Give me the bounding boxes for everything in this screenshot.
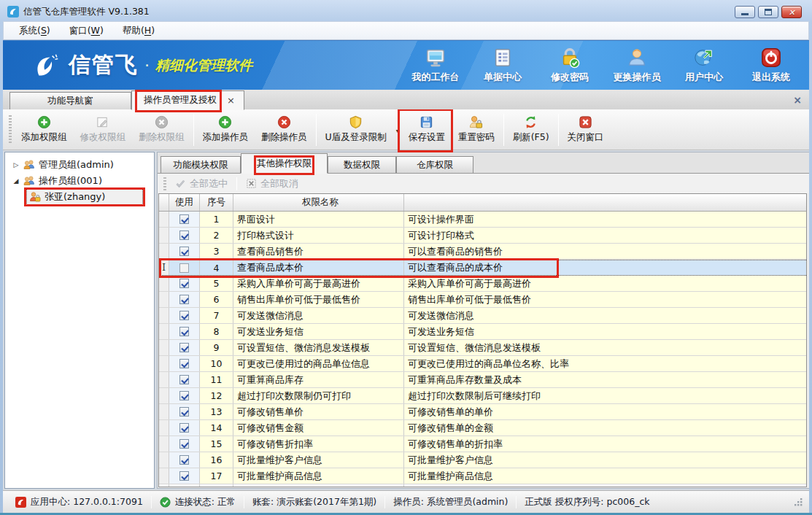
row-checkbox[interactable] — [179, 439, 189, 449]
globe-icon — [693, 47, 715, 69]
main-toolbar: 添加权限组修改权限组删除权限组添加操作员删除操作员U盾及登录限制▾保存设置重置密… — [3, 109, 809, 150]
banner-action-switch-operator[interactable]: 更换操作员 — [609, 47, 665, 84]
permission-row-3[interactable]: 3查看商品销售价可以查看商品的销售价 — [159, 244, 806, 260]
close-button[interactable] — [781, 6, 802, 18]
permission-description-cell: 采购入库单价可高于最高进价 — [404, 276, 806, 291]
menu-item-window[interactable]: 窗口(W) — [60, 23, 113, 39]
permission-row-16[interactable]: 16可批量维护客户信息可批量维护客户信息 — [159, 452, 806, 468]
permission-description-cell: 可设置短信、微信消息发送模板 — [404, 340, 806, 355]
row-indicator — [159, 404, 169, 419]
row-checkbox[interactable] — [179, 263, 189, 273]
permission-description-cell: 可以查看商品的成本价 — [404, 260, 806, 275]
row-checkbox[interactable] — [179, 327, 189, 336]
permission-description-cell: 可设计操作界面 — [404, 212, 806, 227]
permission-row-14[interactable]: 14可修改销售金额可修改销售单的金额 — [159, 420, 806, 436]
index-cell: 11 — [200, 372, 233, 387]
permission-row-11[interactable]: 11可重算商品库存可重算商品库存数量及成本 — [159, 372, 806, 388]
save-icon — [419, 115, 433, 129]
permission-row-6[interactable]: 6销售出库单价可低于最低售价销售出库单价可低于最低售价 — [159, 292, 806, 308]
row-indicator — [159, 228, 169, 243]
banner-action-user-center[interactable]: 用户中心 — [676, 47, 732, 84]
permission-row-7[interactable]: 7可发送微信消息可发送微信消息 — [159, 308, 806, 324]
row-checkbox[interactable] — [179, 359, 189, 368]
row-checkbox[interactable] — [179, 311, 189, 320]
toolbar-reset-password[interactable]: 重置密码 — [452, 112, 501, 148]
status-bar: 应用中心: 127.0.0.1:7091连接状态: 正常账套: 演示账套(201… — [3, 490, 809, 513]
permission-row-2[interactable]: 2打印格式设计可设计打印格式 — [159, 228, 806, 244]
permission-row-17[interactable]: 17可批量维护商品信息可批量维护商品信息 — [159, 468, 806, 484]
subtab-data-permissions[interactable]: 数据权限 — [328, 156, 396, 173]
toolbar-save-settings[interactable]: 保存设置 — [402, 112, 452, 148]
status-text: 操作员: 系统管理员(admin) — [393, 496, 508, 508]
tree-item-admin-group[interactable]: ▷管理员组(admin) — [5, 157, 154, 173]
row-checkbox[interactable] — [179, 455, 189, 465]
maximize-button[interactable] — [758, 6, 778, 18]
toolbar-refresh[interactable]: 刷新(F5) — [506, 112, 556, 148]
row-checkbox[interactable] — [179, 247, 189, 256]
menu-item-help[interactable]: 帮助(H) — [113, 23, 164, 39]
resize-grip[interactable] — [794, 497, 805, 507]
permission-row-15[interactable]: 15可修改销售折扣率可修改销售单的折扣率 — [159, 436, 806, 452]
deselect-all-button: 全部取消 — [240, 177, 304, 190]
collapse-arrow-icon[interactable]: ◢ — [11, 177, 21, 185]
menu-item-system[interactable]: 系统(S) — [9, 23, 60, 39]
banner-action-my-workbench[interactable]: 我的工作台 — [408, 47, 463, 84]
row-checkbox[interactable] — [179, 471, 189, 481]
permission-row-1[interactable]: 1界面设计可设计操作界面 — [159, 212, 806, 228]
banner-action-label: 更换操作员 — [614, 71, 661, 84]
permission-row-9[interactable]: 9可设置短信、微信消息发送模板可设置短信、微信消息发送模板 — [159, 340, 806, 356]
panel-close-icon[interactable]: × — [793, 94, 802, 106]
brand-logo-icon — [29, 49, 63, 82]
subtab-module-permissions[interactable]: 功能模块权限 — [161, 156, 241, 173]
row-indicator — [159, 308, 169, 323]
tab-close-icon[interactable]: × — [227, 95, 235, 106]
row-checkbox[interactable] — [179, 343, 189, 352]
banner-action-change-password[interactable]: 修改密码 — [542, 47, 598, 84]
tab-nav-window[interactable]: 功能导航窗 — [9, 92, 131, 109]
tree-item-operator-group[interactable]: ◢操作员组(001) — [5, 173, 154, 189]
permission-row-10[interactable]: 10可更改已使用过的商品单位信息可更改已使用过的商品单位名称、比率 — [159, 356, 806, 372]
subtab-other-permissions[interactable]: 其他操作权限 — [241, 153, 328, 174]
index-cell: 2 — [200, 228, 233, 243]
permission-row-12[interactable]: 12超过打印次数限制仍可打印超过打印次数限制后可继续打印 — [159, 388, 806, 404]
tree-item-operator-zhangy[interactable]: 张亚(zhangy) — [5, 189, 154, 205]
power-icon — [760, 47, 782, 69]
row-checkbox[interactable] — [179, 231, 189, 240]
permission-row-5[interactable]: 5采购入库单价可高于最高进价采购入库单价可高于最高进价 — [159, 276, 806, 292]
banner-action-label: 修改密码 — [551, 71, 589, 84]
expand-arrow-icon[interactable]: ▷ — [11, 161, 21, 169]
minimize-button[interactable] — [735, 6, 755, 18]
row-checkbox[interactable] — [179, 391, 189, 400]
toolbar-add-permission-group[interactable]: 添加权限组 — [15, 112, 74, 148]
tab-operator-management[interactable]: 操作员管理及授权× — [131, 90, 244, 110]
reset-password-icon — [469, 115, 483, 129]
index-cell: 4 — [200, 260, 233, 275]
toolbar-delete-operator[interactable]: 删除操作员 — [255, 112, 314, 148]
dropdown-arrow-icon[interactable]: ▾ — [396, 128, 399, 134]
permission-name-cell: 可发送业务短信 — [233, 324, 404, 339]
row-checkbox[interactable] — [179, 295, 189, 304]
permission-row-13[interactable]: 13可修改销售单价可修改销售单的单价 — [159, 404, 806, 420]
index-cell: 5 — [200, 276, 233, 291]
permission-description-cell: 可重算商品库存数量及成本 — [404, 372, 806, 387]
add-icon — [37, 115, 51, 129]
row-checkbox[interactable] — [179, 423, 189, 433]
banner-action-document-center[interactable]: 单据中心 — [475, 47, 530, 84]
lock-icon — [559, 47, 581, 69]
subtab-warehouse-permissions[interactable]: 仓库权限 — [396, 156, 473, 173]
row-checkbox[interactable] — [179, 214, 189, 224]
row-indicator — [159, 292, 169, 307]
permission-row-8[interactable]: 8可发送业务短信可发送业务短信 — [159, 324, 806, 340]
toolbar-close-window[interactable]: 关闭窗口 — [561, 112, 611, 148]
row-checkbox[interactable] — [179, 279, 189, 288]
row-checkbox[interactable] — [179, 375, 189, 384]
selection-toolbar-separator — [236, 177, 237, 190]
toolbar-add-operator[interactable]: 添加操作员 — [196, 112, 255, 148]
permission-name-cell: 可修改销售折扣率 — [233, 436, 404, 452]
permission-row-4[interactable]: I4查看商品成本价可以查看商品的成本价 — [159, 260, 806, 276]
row-indicator — [159, 356, 169, 371]
row-checkbox[interactable] — [179, 407, 189, 417]
use-cell — [169, 404, 200, 419]
banner-action-exit-system[interactable]: 退出系统 — [743, 47, 799, 84]
toolbar-ukey-login-limit[interactable]: U盾及登录限制▾ — [319, 112, 397, 148]
